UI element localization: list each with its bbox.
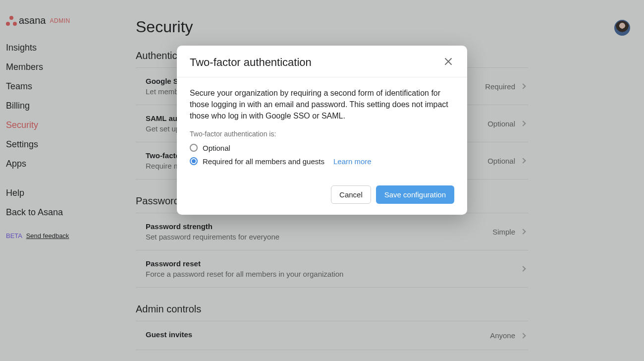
radio-icon: [190, 144, 198, 152]
modal-title: Two-factor authentication: [190, 56, 312, 69]
radio-label-text: Required for all members and guests: [203, 157, 324, 166]
radio-label-text: Optional: [203, 144, 230, 152]
modal-body: Secure your organization by requiring a …: [177, 77, 467, 177]
radio-icon: [190, 157, 198, 165]
save-configuration-button[interactable]: Save configuration: [376, 185, 454, 204]
modal-header: Two-factor authentication: [177, 46, 467, 77]
radio-option-required[interactable]: Required for all members and guests Lear…: [190, 157, 454, 166]
modal-overlay: Two-factor authentication Secure your or…: [0, 0, 644, 361]
radio-group: Optional Required for all members and gu…: [190, 144, 454, 166]
close-button[interactable]: [442, 56, 454, 69]
modal-footer: Cancel Save configuration: [177, 177, 467, 215]
radio-group-label: Two-factor authentication is:: [190, 130, 454, 138]
cancel-button[interactable]: Cancel: [331, 185, 371, 204]
modal-description: Secure your organization by requiring a …: [190, 87, 454, 122]
modal-2fa: Two-factor authentication Secure your or…: [177, 46, 467, 215]
learn-more-link[interactable]: Learn more: [333, 157, 372, 166]
radio-option-optional[interactable]: Optional: [190, 144, 454, 152]
close-icon: [444, 58, 452, 65]
